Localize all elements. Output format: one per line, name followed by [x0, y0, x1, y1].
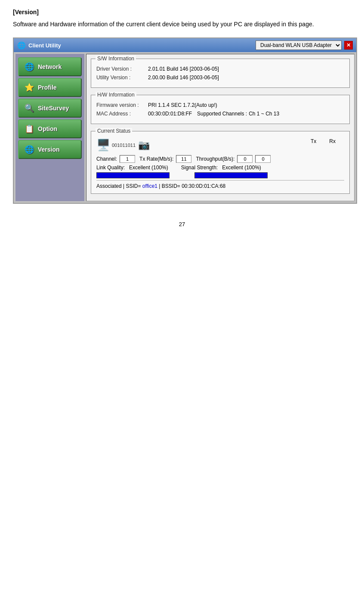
firmware-row: Firmware version : PRI 1.1.4 SEC 1.7.2(A… [96, 102, 344, 108]
firmware-value: PRI 1.1.4 SEC 1.7.2(Auto up!) [148, 102, 217, 108]
driver-version-row: Driver Version : 2.01.01 Build 146 [2003… [96, 66, 344, 72]
driver-version-label: Driver Version : [96, 66, 148, 72]
hw-info-legend: H/W Information [96, 92, 136, 98]
channels-label: Supported Channels : [197, 111, 247, 117]
link-quality-value: Excellent (100%) [129, 165, 168, 171]
page-number: 27 [13, 221, 351, 227]
throughput-rx-input[interactable] [255, 155, 271, 163]
sidebar-item-profile-label: Profile [38, 84, 57, 91]
channel-txrate-row: Channel: Tx Rate(Mb/s): Throughput(B/s): [96, 155, 344, 163]
sidebar-item-version-label: Version [38, 146, 60, 153]
signal-strength-label: Signal Strength: [181, 165, 218, 171]
tx-progress-bar [96, 172, 170, 178]
sidebar-item-sitesurvey-label: SiteSurvey [38, 105, 69, 112]
window-body: 🌐 Network ⭐ Profile 🔍 SiteSurvey 📋 Optio… [14, 52, 356, 203]
title-bar: 🌐 Client Utility Dual-band WLAN USB Adap… [14, 38, 356, 52]
window-title: Client Utility [28, 42, 61, 49]
network-icon: 🌐 [23, 61, 35, 73]
main-content: S/W Information Driver Version : 2.01.01… [86, 54, 355, 201]
tx-rate-label: Tx Rate(Mb/s): [139, 156, 173, 162]
sidebar-item-option-label: Option [38, 125, 57, 132]
sitesurvey-icon: 🔍 [23, 102, 35, 114]
globe-icon: 🌐 [17, 41, 26, 50]
page-title: [Version] [13, 9, 351, 16]
utility-version-value: 2.00.00 Build 146 [2003-06-05] [148, 75, 219, 81]
hw-info-box: H/W Information Firmware version : PRI 1… [91, 95, 350, 124]
device-dropdown[interactable]: Dual-band WLAN USB Adapter [256, 40, 342, 50]
sidebar-item-network[interactable]: 🌐 Network [18, 57, 82, 76]
sidebar-item-sitesurvey[interactable]: 🔍 SiteSurvey [18, 99, 82, 118]
associated-label: Associated | SSID= [96, 183, 141, 189]
monitor-icon: 🖥️ [96, 138, 110, 152]
profile-icon: ⭐ [23, 81, 35, 93]
title-bar-right: Dual-band WLAN USB Adapter ✕ [256, 40, 353, 50]
current-status-box: Current Status 🖥️ 001011011 📷 Tx Rx Chan… [91, 131, 350, 194]
firmware-label: Firmware version : [96, 102, 148, 108]
utility-version-label: Utility Version : [96, 75, 148, 81]
sidebar: 🌐 Network ⭐ Profile 🔍 SiteSurvey 📋 Optio… [15, 54, 84, 201]
current-status-legend: Current Status [96, 128, 132, 134]
option-icon: 📋 [23, 123, 35, 135]
title-bar-left: 🌐 Client Utility [17, 41, 61, 50]
client-utility-window: 🌐 Client Utility Dual-band WLAN USB Adap… [13, 37, 357, 204]
camera-icon: 📷 [138, 140, 150, 151]
mac-value: 00:30:0D:01:D8:FF [148, 111, 192, 117]
signal-strength-value: Excellent (100%) [222, 165, 261, 171]
channel-label: Channel: [96, 156, 117, 162]
version-icon: 🌐 [23, 143, 35, 156]
driver-version-value: 2.01.01 Build 146 [2003-06-05] [148, 66, 219, 72]
tx-label: Tx [311, 138, 316, 144]
page-description: Software and Hardware information of the… [13, 20, 351, 29]
channels-value: Ch 1 ~ Ch 13 [249, 111, 279, 117]
link-quality-row: Link Quality: Excellent (100%) Signal St… [96, 165, 344, 171]
utility-version-row: Utility Version : 2.00.00 Build 146 [200… [96, 75, 344, 81]
sidebar-item-profile[interactable]: ⭐ Profile [18, 78, 82, 97]
mac-row: MAC Address : 00:30:0D:01:D8:FF Supporte… [96, 111, 344, 117]
mac-label: MAC Address : [96, 111, 148, 117]
close-button[interactable]: ✕ [344, 41, 353, 50]
sidebar-item-option[interactable]: 📋 Option [18, 119, 82, 138]
throughput-label: Throughput(B/s): [196, 156, 234, 162]
ssid-value: office1 [142, 183, 157, 189]
sidebar-item-version[interactable]: 🌐 Version [18, 140, 82, 159]
rx-label: Rx [329, 138, 336, 144]
tx-rate-input[interactable] [176, 155, 191, 163]
sw-info-legend: S/W Information [96, 56, 136, 62]
sidebar-item-network-label: Network [38, 63, 62, 70]
rx-progress-bar [194, 172, 268, 178]
binary-display: 001011011 [112, 143, 136, 148]
throughput-tx-input[interactable] [237, 155, 253, 163]
associated-row: Associated | SSID= office1 | BSSID= 00:3… [96, 180, 344, 189]
progress-bars [96, 172, 344, 178]
link-quality-label: Link Quality: [96, 165, 125, 171]
bssid-label: | BSSID= [159, 183, 180, 189]
bssid-value: 00:30:0D:01:CA:68 [182, 183, 225, 189]
channel-input[interactable] [120, 155, 135, 163]
sw-info-box: S/W Information Driver Version : 2.01.01… [91, 59, 350, 88]
